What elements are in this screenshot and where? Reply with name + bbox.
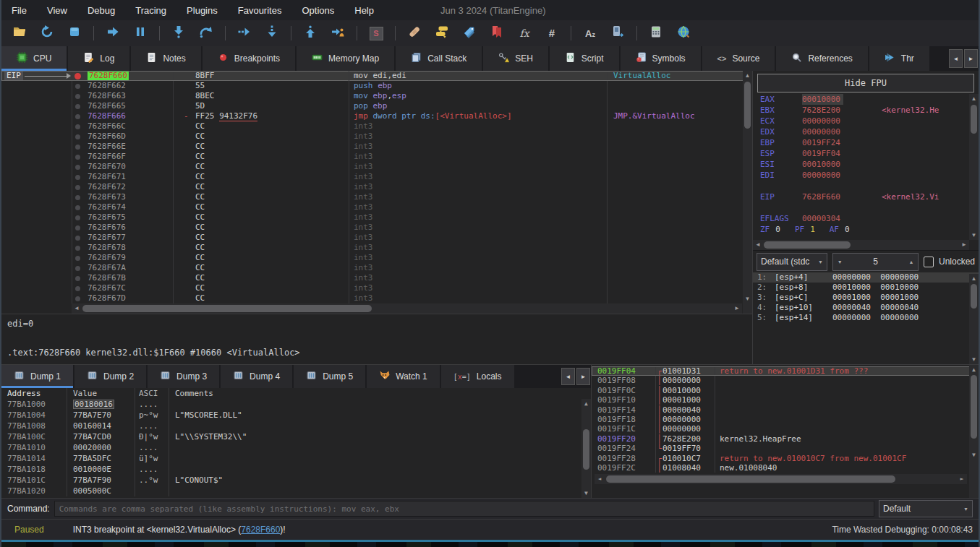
breakpoint-slot-icon[interactable] [75,195,80,200]
stop-button[interactable] [64,23,85,43]
stack-row[interactable]: 0019FF04┌01001D31return to new.01001D31 … [592,366,979,376]
menu-help[interactable]: Help [344,0,384,20]
step-out-button[interactable] [299,23,321,43]
stack-row[interactable]: 0019FF24└0019FF70 [592,444,979,453]
register-row-esi[interactable]: ESI00010000 [753,159,979,170]
breakpoint-slot-icon[interactable] [75,134,80,139]
breakpoint-slot-icon[interactable] [75,215,80,220]
tab-scroll-right-button[interactable]: ► [964,49,978,68]
breakpoint-slot-icon[interactable] [75,205,80,210]
disasm-row[interactable]: 7628F673CCint3 [1,192,752,202]
tab-call-stack[interactable]: Call Stack [396,46,483,71]
tab-watch-1[interactable]: Watch 1 [367,365,441,388]
disasm-row[interactable]: 7628F66FCCint3 [1,152,752,162]
dump-row[interactable]: 77BA101C77BA7F90..°wL"CONOUT$" [1,475,591,486]
dump-row[interactable]: 77BA100C77BA7CD0Ð|°wL"\\SYSTEM32\\" [1,431,591,442]
breakpoint-slot-icon[interactable] [75,114,80,119]
menu-debug[interactable]: Debug [77,0,125,20]
command-input[interactable] [54,501,874,517]
hash-button[interactable]: # [541,23,563,43]
run-button[interactable] [102,23,124,43]
unlocked-checkbox[interactable] [924,257,934,267]
register-row-eax[interactable]: EAX00010000 [753,94,979,105]
dump-row[interactable]: 77BA100000180016.... [1,399,591,410]
tab-dump-5[interactable]: Dump 5 [294,365,367,388]
register-row-eflags[interactable]: EFLAGS00000304 [753,213,979,224]
comments-button[interactable] [431,23,453,43]
disasm-row[interactable]: 7628F679CCint3 [1,253,752,263]
stack-row[interactable]: 0019FF1C│00000000 [592,424,979,434]
menu-tracing[interactable]: Tracing [125,0,176,20]
tab-dump-1[interactable]: Dump 1 [1,365,74,388]
breakpoint-slot-icon[interactable] [75,296,80,301]
argument-row[interactable]: 1:[esp+4]00000000 00000000 [753,272,979,283]
menu-plugins[interactable]: Plugins [176,0,228,20]
register-row-ebx[interactable]: EBX7628E200<kernel32.He [753,105,979,116]
tab-dump-4[interactable]: Dump 4 [221,365,294,388]
menu-file[interactable]: File [1,0,37,20]
register-row-esp[interactable]: ESP0019FF04 [753,148,979,159]
breakpoint-slot-icon[interactable] [75,155,80,160]
pause-button[interactable] [129,23,151,43]
dump-row[interactable]: 77BA100477BA7E70p~°wL"MSCOREE.DLL" [1,410,591,421]
disasm-row[interactable]: EIP7628F6608BFFmov edi,ediVirtualAlloc [1,71,752,81]
disasm-row[interactable]: 7628F674CCint3 [1,202,752,212]
disasm-row[interactable]: 7628F67BCCint3 [1,273,752,283]
disasm-row[interactable]: 7628F671CCint3 [1,172,752,182]
register-row-ebp[interactable]: EBP0019FF24 [753,137,979,148]
tab-memory-map[interactable]: Memory Map [297,46,396,71]
argument-row[interactable]: 2:[esp+8]00010000 00010000 [753,283,979,293]
tab-thr[interactable]: Thr [869,46,931,71]
tab-source[interactable]: <>Source [702,46,777,71]
stack-row[interactable]: 0019FF18│00000000 [592,415,979,424]
arguments-vscrollbar[interactable]: ▲ ▼ [969,274,979,364]
dump-scroll-left-button[interactable]: ◄ [561,368,575,385]
disasm-row[interactable]: 7628F6655Dpop ebp [1,101,752,111]
step-into-button[interactable] [168,23,189,43]
stack-row[interactable]: 0019FF2C│01008040new.01008040 [592,463,979,473]
breakpoint-slot-icon[interactable] [75,266,80,271]
calling-convention-dropdown[interactable]: Default (stdc ▼ [757,253,827,271]
seh-chain-button[interactable]: S [365,23,387,43]
tab-script[interactable]: Script [550,46,621,71]
breakpoint-slot-icon[interactable] [75,175,80,180]
disasm-row[interactable]: 7628F66CCCint3 [1,121,752,132]
register-row-eip[interactable]: EIP7628F660<kernel32.Vi [753,191,979,202]
breakpoint-slot-icon[interactable] [75,185,80,190]
stack-hscrollbar[interactable]: ◄ ► [595,474,967,484]
dump-scroll-right-button[interactable]: ► [576,368,590,385]
flags-row[interactable]: ZF0PF1AF0 [753,224,979,235]
register-row-edx[interactable]: EDX00000000 [753,126,979,137]
argument-row[interactable]: 4:[esp+10]00000040 00000040 [753,303,979,313]
tab-notes[interactable]: Notes [131,46,202,71]
argument-row[interactable]: 5:[esp+14]00000000 00000000 [753,313,979,323]
tab-dump-3[interactable]: Dump 3 [148,365,221,388]
globe-button[interactable] [673,23,694,43]
disasm-row[interactable]: 7628F676CCint3 [1,223,752,233]
dump-row[interactable]: 77BA10180010000E.... [1,464,591,475]
disasm-row[interactable]: 7628F672CCint3 [1,182,752,192]
tab-dump-2[interactable]: Dump 2 [74,365,148,388]
disasm-row[interactable]: 7628F666-FF25 94132F76jmp dword ptr ds:[… [1,111,752,121]
breakpoint-address-link[interactable]: 7628F660 [241,525,280,535]
dump-row[interactable]: 77BA10200005000C [1,486,591,496]
tab-locals[interactable]: [x=]Locals [441,365,516,388]
window-layout-button[interactable] [607,23,629,43]
labels-button[interactable] [459,23,480,43]
disasm-row[interactable]: 7628F675CCint3 [1,212,752,223]
breakpoint-slot-icon[interactable] [75,236,80,241]
stack-row[interactable]: 0019FF0C│00010000 [592,386,979,395]
dump-header-value[interactable]: Value [67,388,135,399]
bookmarks-button[interactable] [486,23,508,43]
register-row-ecx[interactable]: ECX00000000 [753,116,979,126]
registers-vscrollbar[interactable]: ▲ ▼ [969,94,979,240]
breakpoint-slot-icon[interactable] [75,165,80,170]
open-folder-button[interactable] [9,23,30,43]
breakpoint-slot-icon[interactable] [75,246,80,251]
dump-header-ascii[interactable]: ASCI [135,388,169,399]
stack-row[interactable]: 0019FF10│00001000 [592,395,979,405]
trace-into-button[interactable] [234,23,255,43]
hide-fpu-button[interactable]: Hide FPU [757,74,974,92]
breakpoint-slot-icon[interactable] [75,124,80,129]
register-row-edi[interactable]: EDI00000000 [753,170,979,181]
